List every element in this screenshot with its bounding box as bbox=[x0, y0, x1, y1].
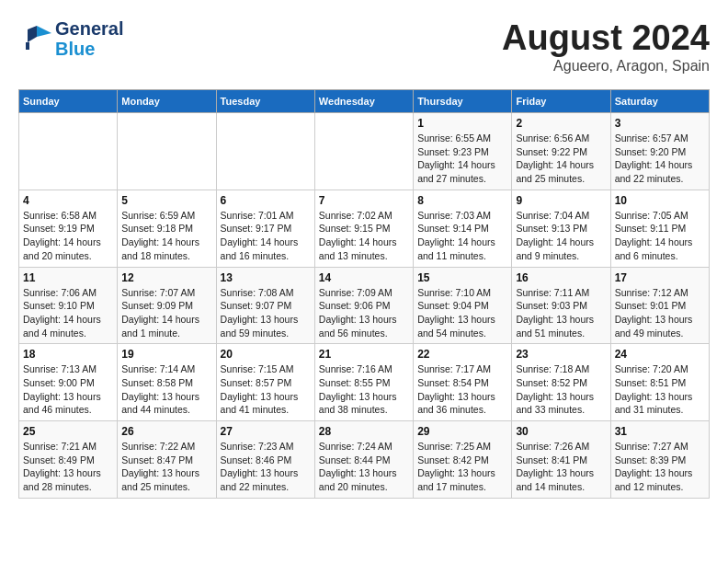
column-header-tuesday: Tuesday bbox=[216, 90, 314, 113]
calendar-week-row: 1Sunrise: 6:55 AM Sunset: 9:23 PM Daylig… bbox=[19, 113, 710, 190]
calendar-cell: 18Sunrise: 7:13 AM Sunset: 9:00 PM Dayli… bbox=[19, 344, 118, 421]
day-info: Sunrise: 7:10 AM Sunset: 9:04 PM Dayligh… bbox=[417, 286, 507, 340]
day-number: 6 bbox=[221, 194, 311, 207]
day-info: Sunrise: 6:59 AM Sunset: 9:18 PM Dayligh… bbox=[121, 209, 211, 263]
month-title: August 2024 bbox=[502, 18, 710, 58]
day-number: 8 bbox=[417, 194, 507, 207]
day-info: Sunrise: 7:02 AM Sunset: 9:15 PM Dayligh… bbox=[319, 209, 409, 263]
calendar-cell: 27Sunrise: 7:23 AM Sunset: 8:46 PM Dayli… bbox=[216, 421, 314, 499]
day-number: 11 bbox=[23, 271, 113, 284]
calendar-cell: 1Sunrise: 6:55 AM Sunset: 9:23 PM Daylig… bbox=[414, 113, 512, 190]
day-info: Sunrise: 7:23 AM Sunset: 8:46 PM Dayligh… bbox=[221, 440, 311, 494]
calendar-cell bbox=[19, 113, 118, 190]
calendar-week-row: 25Sunrise: 7:21 AM Sunset: 8:49 PM Dayli… bbox=[19, 421, 710, 499]
day-number: 4 bbox=[23, 194, 113, 207]
day-info: Sunrise: 6:56 AM Sunset: 9:22 PM Dayligh… bbox=[516, 132, 606, 186]
column-header-saturday: Saturday bbox=[610, 90, 709, 113]
day-number: 23 bbox=[516, 348, 606, 361]
calendar-cell: 11Sunrise: 7:06 AM Sunset: 9:10 PM Dayli… bbox=[19, 267, 118, 344]
calendar-cell: 10Sunrise: 7:05 AM Sunset: 9:11 PM Dayli… bbox=[610, 190, 709, 267]
day-info: Sunrise: 7:13 AM Sunset: 9:00 PM Dayligh… bbox=[23, 362, 113, 417]
column-header-thursday: Thursday bbox=[414, 90, 512, 113]
day-info: Sunrise: 7:22 AM Sunset: 8:47 PM Dayligh… bbox=[121, 440, 211, 494]
day-number: 30 bbox=[516, 425, 606, 438]
day-info: Sunrise: 7:01 AM Sunset: 9:17 PM Dayligh… bbox=[221, 209, 311, 263]
calendar-cell: 21Sunrise: 7:16 AM Sunset: 8:55 PM Dayli… bbox=[314, 344, 413, 421]
day-number: 5 bbox=[121, 194, 211, 207]
calendar-cell: 26Sunrise: 7:22 AM Sunset: 8:47 PM Dayli… bbox=[118, 421, 216, 499]
day-info: Sunrise: 7:26 AM Sunset: 8:41 PM Dayligh… bbox=[516, 440, 606, 494]
day-number: 20 bbox=[221, 348, 311, 361]
day-number: 10 bbox=[615, 194, 705, 207]
day-number: 24 bbox=[615, 348, 705, 361]
day-info: Sunrise: 7:24 AM Sunset: 8:44 PM Dayligh… bbox=[319, 440, 409, 494]
calendar-cell: 13Sunrise: 7:08 AM Sunset: 9:07 PM Dayli… bbox=[216, 267, 314, 344]
logo-general-text: General bbox=[55, 18, 123, 39]
svg-marker-1 bbox=[28, 26, 37, 42]
day-number: 27 bbox=[221, 425, 311, 438]
day-info: Sunrise: 7:16 AM Sunset: 8:55 PM Dayligh… bbox=[319, 362, 409, 417]
calendar-cell: 16Sunrise: 7:11 AM Sunset: 9:03 PM Dayli… bbox=[512, 267, 610, 344]
calendar-week-row: 11Sunrise: 7:06 AM Sunset: 9:10 PM Dayli… bbox=[19, 267, 710, 344]
calendar-cell: 6Sunrise: 7:01 AM Sunset: 9:17 PM Daylig… bbox=[216, 190, 314, 267]
day-number: 2 bbox=[516, 117, 606, 130]
calendar-cell: 4Sunrise: 6:58 AM Sunset: 9:19 PM Daylig… bbox=[19, 190, 118, 267]
column-header-monday: Monday bbox=[118, 90, 216, 113]
day-number: 7 bbox=[319, 194, 409, 207]
day-info: Sunrise: 7:08 AM Sunset: 9:07 PM Dayligh… bbox=[221, 286, 311, 340]
day-number: 19 bbox=[121, 348, 211, 361]
calendar-cell: 3Sunrise: 6:57 AM Sunset: 9:20 PM Daylig… bbox=[610, 113, 709, 190]
calendar-cell: 30Sunrise: 7:26 AM Sunset: 8:41 PM Dayli… bbox=[512, 421, 610, 499]
calendar-cell: 24Sunrise: 7:20 AM Sunset: 8:51 PM Dayli… bbox=[610, 344, 709, 421]
day-number: 1 bbox=[417, 117, 507, 130]
column-header-wednesday: Wednesday bbox=[314, 90, 413, 113]
calendar-cell bbox=[314, 113, 413, 190]
day-number: 21 bbox=[319, 348, 409, 361]
column-header-sunday: Sunday bbox=[19, 90, 118, 113]
calendar-cell: 5Sunrise: 6:59 AM Sunset: 9:18 PM Daylig… bbox=[118, 190, 216, 267]
day-info: Sunrise: 6:57 AM Sunset: 9:20 PM Dayligh… bbox=[615, 132, 705, 186]
location: Agueero, Aragon, Spain bbox=[502, 58, 710, 75]
calendar-cell: 31Sunrise: 7:27 AM Sunset: 8:39 PM Dayli… bbox=[610, 421, 709, 499]
calendar-cell: 23Sunrise: 7:18 AM Sunset: 8:52 PM Dayli… bbox=[512, 344, 610, 421]
calendar-cell: 14Sunrise: 7:09 AM Sunset: 9:06 PM Dayli… bbox=[314, 267, 413, 344]
day-number: 22 bbox=[417, 348, 507, 361]
day-number: 14 bbox=[319, 271, 409, 284]
day-info: Sunrise: 7:20 AM Sunset: 8:51 PM Dayligh… bbox=[615, 362, 705, 417]
calendar-cell: 17Sunrise: 7:12 AM Sunset: 9:01 PM Dayli… bbox=[610, 267, 709, 344]
day-number: 26 bbox=[121, 425, 211, 438]
day-number: 9 bbox=[516, 194, 606, 207]
day-number: 31 bbox=[615, 425, 705, 438]
calendar-cell: 2Sunrise: 6:56 AM Sunset: 9:22 PM Daylig… bbox=[512, 113, 610, 190]
calendar-cell bbox=[216, 113, 314, 190]
day-number: 18 bbox=[23, 348, 113, 361]
day-info: Sunrise: 7:12 AM Sunset: 9:01 PM Dayligh… bbox=[615, 286, 705, 340]
calendar-cell: 28Sunrise: 7:24 AM Sunset: 8:44 PM Dayli… bbox=[314, 421, 413, 499]
day-info: Sunrise: 7:17 AM Sunset: 8:54 PM Dayligh… bbox=[417, 362, 507, 417]
calendar-week-row: 18Sunrise: 7:13 AM Sunset: 9:00 PM Dayli… bbox=[19, 344, 710, 421]
day-info: Sunrise: 7:03 AM Sunset: 9:14 PM Dayligh… bbox=[417, 209, 507, 263]
day-number: 29 bbox=[417, 425, 507, 438]
day-number: 3 bbox=[615, 117, 705, 130]
calendar-cell: 25Sunrise: 7:21 AM Sunset: 8:49 PM Dayli… bbox=[19, 421, 118, 499]
calendar-cell: 20Sunrise: 7:15 AM Sunset: 8:57 PM Dayli… bbox=[216, 344, 314, 421]
day-number: 12 bbox=[121, 271, 211, 284]
day-number: 28 bbox=[319, 425, 409, 438]
day-number: 15 bbox=[417, 271, 507, 284]
day-number: 25 bbox=[23, 425, 113, 438]
calendar-header-row: SundayMondayTuesdayWednesdayThursdayFrid… bbox=[19, 90, 710, 113]
day-info: Sunrise: 7:09 AM Sunset: 9:06 PM Dayligh… bbox=[319, 286, 409, 340]
day-info: Sunrise: 7:07 AM Sunset: 9:09 PM Dayligh… bbox=[121, 286, 211, 340]
day-info: Sunrise: 7:05 AM Sunset: 9:11 PM Dayligh… bbox=[615, 209, 705, 263]
day-info: Sunrise: 7:27 AM Sunset: 8:39 PM Dayligh… bbox=[615, 440, 705, 494]
calendar-cell: 22Sunrise: 7:17 AM Sunset: 8:54 PM Dayli… bbox=[414, 344, 512, 421]
day-info: Sunrise: 7:04 AM Sunset: 9:13 PM Dayligh… bbox=[516, 209, 606, 263]
calendar-cell: 7Sunrise: 7:02 AM Sunset: 9:15 PM Daylig… bbox=[314, 190, 413, 267]
day-info: Sunrise: 7:14 AM Sunset: 8:58 PM Dayligh… bbox=[121, 362, 211, 417]
calendar-cell: 9Sunrise: 7:04 AM Sunset: 9:13 PM Daylig… bbox=[512, 190, 610, 267]
calendar-cell: 19Sunrise: 7:14 AM Sunset: 8:58 PM Dayli… bbox=[118, 344, 216, 421]
calendar-cell: 8Sunrise: 7:03 AM Sunset: 9:14 PM Daylig… bbox=[414, 190, 512, 267]
svg-rect-2 bbox=[26, 42, 29, 50]
day-info: Sunrise: 7:18 AM Sunset: 8:52 PM Dayligh… bbox=[516, 362, 606, 417]
day-number: 13 bbox=[221, 271, 311, 284]
